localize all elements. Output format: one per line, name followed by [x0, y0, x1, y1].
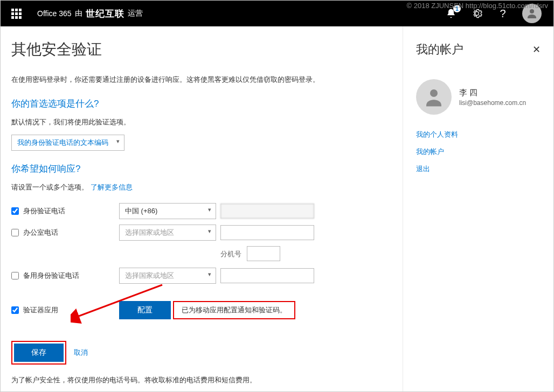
- backup-phone-number-input[interactable]: [220, 268, 314, 283]
- svg-point-1: [430, 89, 438, 97]
- close-sidebar-button[interactable]: ✕: [532, 44, 541, 55]
- profile-email: lisi@basehome.com.cn: [459, 99, 526, 107]
- gear-icon: [472, 8, 482, 19]
- waffle-icon: [11, 9, 22, 19]
- brand-suffix: 运营: [128, 9, 143, 18]
- authenticator-checkbox[interactable]: [11, 306, 19, 314]
- action-row: 保存 取消: [11, 341, 392, 365]
- save-button[interactable]: 保存: [14, 344, 64, 362]
- profile-avatar: [416, 79, 452, 115]
- respond-note-prefix: 请设置一个或多个选项。: [11, 183, 88, 191]
- row-backup-phone: 备用身份验证电话 选择国家或地区: [11, 268, 392, 284]
- preferred-option-dropdown[interactable]: 我的身份验证电话的文本编码: [11, 135, 124, 151]
- brand-label: Office 365 由 世纪互联 运营: [37, 8, 143, 20]
- close-icon: ✕: [532, 44, 541, 55]
- preferred-option-heading: 你的首选选项是什么?: [11, 97, 392, 110]
- main-content: 其他安全验证 在使用密码登录时，你还需要通过注册的设备进行响应。这将使黑客更难以…: [1, 26, 403, 392]
- profile-name: 李 四: [459, 88, 526, 98]
- watermark-text: © 2018 ZJUNSEN http://blog.51cto.com/rds…: [407, 2, 548, 10]
- auth-phone-number-input[interactable]: [220, 204, 314, 219]
- person-icon: [423, 86, 445, 108]
- backup-phone-country-select[interactable]: 选择国家或地区: [119, 268, 216, 284]
- auth-phone-country-select[interactable]: 中国 (+86): [119, 203, 216, 219]
- row-auth-phone: 身份验证电话 中国 (+86): [11, 203, 392, 219]
- brand-prefix: Office 365: [37, 9, 72, 18]
- profile-block: 李 四 lisi@basehome.com.cn: [416, 79, 541, 115]
- office-phone-checkbox[interactable]: [11, 229, 19, 236]
- respond-heading: 你希望如何响应?: [11, 163, 392, 175]
- intro-text: 在使用密码登录时，你还需要通过注册的设备进行响应。这将使黑客更难以仅凭借窃取的密…: [11, 75, 392, 85]
- backup-phone-checkbox[interactable]: [11, 272, 19, 279]
- app-launcher-button[interactable]: [5, 2, 27, 25]
- row-office-ext: 分机号: [11, 246, 392, 261]
- ext-label: 分机号: [220, 250, 241, 258]
- authenticator-label: 验证器应用: [23, 305, 58, 315]
- preferred-option-note: 默认情况下，我们将使用此验证选项。: [11, 117, 392, 127]
- auth-phone-label: 身份验证电话: [23, 206, 65, 216]
- svg-point-0: [530, 9, 534, 13]
- backup-phone-label: 备用身份验证电话: [23, 271, 79, 281]
- row-office-phone: 办公室电话 选择国家或地区: [11, 225, 392, 241]
- respond-note: 请设置一个或多个选项。 了解更多信息: [11, 183, 392, 192]
- page-title: 其他安全验证: [11, 39, 392, 60]
- auth-phone-checkbox[interactable]: [11, 207, 19, 215]
- configure-button[interactable]: 配置: [119, 301, 171, 319]
- learn-more-link[interactable]: 了解更多信息: [91, 183, 133, 191]
- row-authenticator: 验证器应用 配置 已为移动应用配置通知和验证码。: [11, 301, 392, 319]
- cancel-link[interactable]: 取消: [74, 348, 88, 358]
- office-phone-ext-input[interactable]: [247, 246, 280, 261]
- brand-logo-text: 世纪互联: [86, 8, 124, 20]
- sidebar-title: 我的帐户: [416, 41, 463, 58]
- office-phone-country-select[interactable]: 选择国家或地区: [119, 225, 216, 241]
- link-my-profile[interactable]: 我的个人资料: [416, 130, 541, 139]
- account-sidebar: 我的帐户 ✕ 李 四 lisi@basehome.com.cn 我的个人资料 我…: [403, 26, 553, 392]
- config-status-text: 已为移动应用配置通知和验证码。: [173, 301, 295, 319]
- save-button-highlight: 保存: [11, 341, 66, 365]
- brand-mid: 由: [75, 9, 82, 18]
- office-phone-number-input[interactable]: [220, 225, 314, 240]
- office-phone-label: 办公室电话: [23, 228, 58, 237]
- link-sign-out[interactable]: 退出: [416, 164, 541, 174]
- footer-note: 为了帐户安全性，将仅使用你的电话号码。将收取标准的电话费用和短信费用。: [11, 375, 392, 385]
- link-my-account[interactable]: 我的帐户: [416, 147, 541, 157]
